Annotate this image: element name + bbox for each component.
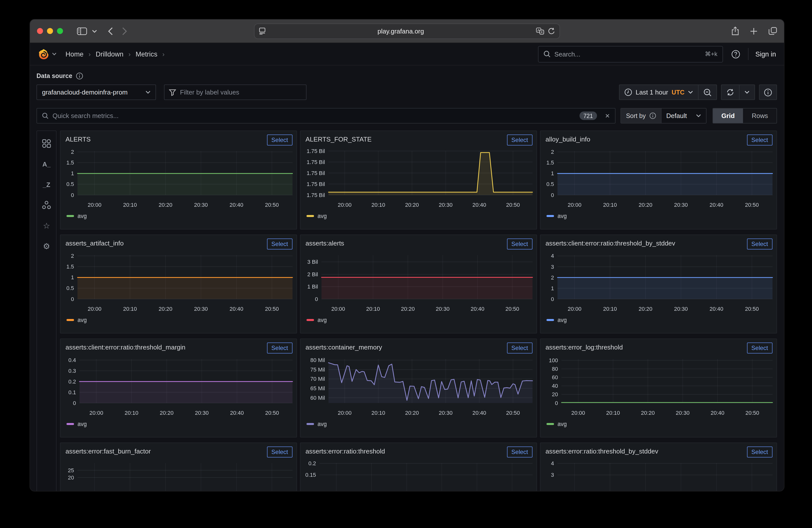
panel-select-button[interactable]: Select (747, 238, 772, 249)
legend-label[interactable]: avg (77, 421, 87, 427)
back-icon[interactable] (108, 27, 113, 35)
share-icon[interactable] (731, 27, 739, 35)
sort-by-label-segment: Sort by (621, 108, 661, 123)
metric-panel: asserts:alerts Select 3 Bil2 Bil1 Bil020… (300, 235, 537, 334)
clock-icon (625, 88, 632, 96)
grafana-logo[interactable] (38, 48, 49, 60)
sort-az-icon[interactable]: A_ (42, 160, 51, 168)
help-icon[interactable] (731, 50, 740, 58)
org-chevron-icon[interactable] (52, 53, 57, 56)
metric-chart: 1.75 Bil1.75 Bil1.75 Bil1.75 Bil1.75 Bil… (303, 147, 536, 210)
url-text[interactable]: play.grafana.org (265, 27, 536, 35)
sign-in-button[interactable]: Sign in (755, 50, 776, 58)
metric-panel: ALERTS Select 21.510.5020:0020:1020:2020… (60, 131, 297, 230)
legend-label[interactable]: avg (557, 213, 567, 219)
metric-chart: 4320:0020:1020:2020:3020:4020:50 (542, 458, 775, 492)
chevron-down-icon[interactable] (92, 29, 97, 33)
svg-text:1.75 Bil: 1.75 Bil (307, 159, 325, 165)
refresh-interval-dropdown[interactable] (739, 85, 754, 100)
panel-select-button[interactable]: Select (507, 446, 533, 457)
chevron-down-icon (145, 90, 150, 94)
time-range-label: Last 1 hour (636, 88, 668, 96)
svg-text:60: 60 (552, 374, 558, 381)
breadcrumb-home[interactable]: Home (66, 50, 84, 58)
panel-select-button[interactable]: Select (267, 342, 292, 353)
metric-panel: asserts:error:ratio:threshold Select 0.2… (300, 442, 537, 492)
close-window-button[interactable] (37, 28, 43, 34)
legend-label[interactable]: avg (318, 317, 327, 323)
panel-select-button[interactable]: Select (747, 342, 772, 353)
address-bar[interactable]: play.grafana.org A✦ (254, 23, 560, 39)
global-search-placeholder: Search... (554, 50, 701, 58)
metric-chart: 80 Mil75 Mil70 Mil65 Mil60 Mil20:0020:10… (303, 354, 536, 419)
breadcrumb-drilldown[interactable]: Drilldown (96, 50, 124, 58)
sort-za-icon[interactable]: _Z (42, 180, 51, 189)
legend-label[interactable]: avg (557, 421, 567, 427)
forward-icon[interactable] (122, 27, 127, 35)
zoom-window-button[interactable] (57, 28, 63, 34)
legend-label[interactable]: avg (318, 421, 327, 427)
svg-text:2: 2 (71, 253, 74, 259)
svg-text:1.5: 1.5 (66, 160, 74, 166)
tab-overview-icon[interactable] (768, 27, 777, 35)
minimize-window-button[interactable] (47, 28, 53, 34)
chevron-down-icon (696, 114, 701, 117)
zoom-out-button[interactable] (698, 85, 716, 100)
info-icon[interactable] (76, 73, 83, 79)
svg-text:1.75 Bil: 1.75 Bil (307, 148, 325, 154)
view-rows-option[interactable]: Rows (743, 108, 777, 123)
panel-title: asserts:container_memory (305, 342, 382, 351)
refresh-button[interactable] (722, 85, 739, 100)
svg-text:20:10: 20:10 (603, 202, 617, 208)
svg-text:80: 80 (552, 366, 558, 372)
reader-icon[interactable] (259, 28, 265, 34)
sidebar-toggle-icon[interactable] (77, 27, 87, 35)
panel-select-button[interactable]: Select (267, 238, 292, 249)
global-search-input[interactable]: Search... ⌘+k (538, 46, 723, 62)
star-icon[interactable]: ☆ (42, 221, 51, 230)
panel-select-button[interactable]: Select (507, 238, 533, 249)
data-source-select[interactable]: grafanacloud-demoinfra-prom (37, 85, 156, 100)
translate-icon[interactable]: A✦ (536, 28, 544, 34)
svg-text:0.5: 0.5 (66, 181, 74, 187)
sort-by-control: Sort by Default (621, 108, 707, 123)
legend-label[interactable]: avg (318, 213, 327, 219)
metric-panel: asserts:client:error:ratio:threshold_mar… (60, 338, 297, 438)
svg-text:75 Mil: 75 Mil (310, 367, 325, 373)
legend-label[interactable]: avg (77, 317, 87, 323)
metric-chart: 3 Bil2 Bil1 Bil020:0020:1020:2020:3020:4… (303, 250, 536, 314)
gear-icon[interactable]: ⚙ (42, 241, 51, 250)
svg-text:20:30: 20:30 (439, 410, 452, 416)
svg-text:20:00: 20:00 (88, 202, 102, 208)
legend-label[interactable]: avg (77, 213, 87, 219)
svg-text:60 Mil: 60 Mil (310, 395, 325, 401)
reload-icon[interactable] (548, 27, 555, 35)
info-icon[interactable] (649, 113, 656, 119)
panel-select-button[interactable]: Select (507, 134, 533, 146)
breadcrumb-metrics[interactable]: Metrics (135, 50, 157, 58)
svg-text:0.2: 0.2 (68, 379, 76, 385)
panel-info-button[interactable] (759, 85, 777, 100)
group-icon[interactable] (42, 201, 51, 209)
time-range-button[interactable]: Last 1 hour UTC (620, 85, 698, 100)
svg-text:20:40: 20:40 (710, 306, 723, 312)
svg-text:0: 0 (71, 192, 74, 198)
label-filter-input[interactable]: Filter by label values (164, 85, 306, 100)
panel-select-button[interactable]: Select (267, 446, 292, 457)
clear-search-icon[interactable]: ✕ (605, 112, 610, 119)
legend-color-dash (67, 215, 74, 217)
panel-select-button[interactable]: Select (747, 134, 772, 146)
new-tab-icon[interactable] (750, 27, 757, 35)
svg-text:20:20: 20:20 (641, 410, 655, 416)
drilldown-sidebar: A_ _Z ☆ ⚙ (37, 131, 57, 492)
panel-select-button[interactable]: Select (267, 134, 292, 146)
panel-title: asserts:error:ratio:threshold (305, 446, 385, 455)
data-source-label: Data source (37, 73, 72, 79)
overview-grid-icon[interactable] (42, 139, 51, 148)
view-grid-option[interactable]: Grid (713, 108, 743, 123)
panel-select-button[interactable]: Select (747, 446, 772, 457)
sort-by-dropdown[interactable]: Default (661, 108, 706, 123)
panel-select-button[interactable]: Select (507, 342, 533, 353)
legend-label[interactable]: avg (557, 317, 567, 323)
quick-search-input[interactable]: Quick search metrics... 721 ✕ (37, 108, 615, 123)
